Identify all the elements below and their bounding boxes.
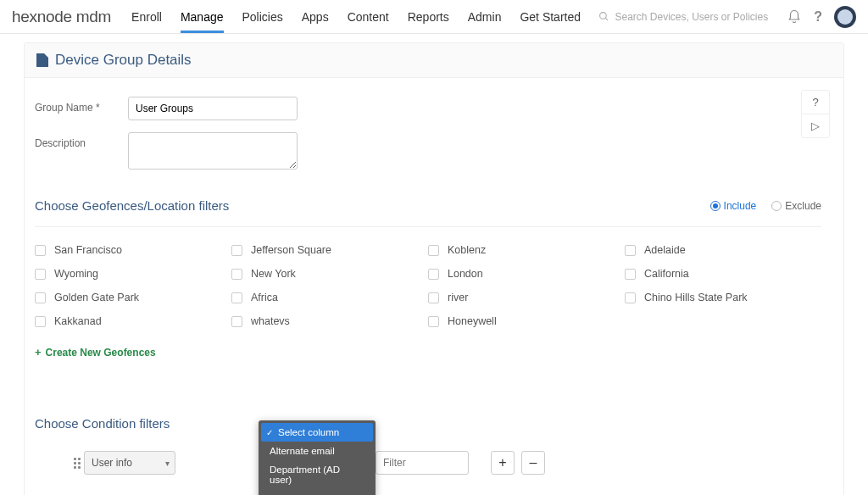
check-icon: ✓ (266, 428, 276, 437)
geofence-item[interactable]: Koblenz (428, 244, 625, 256)
svg-line-1 (606, 18, 609, 20)
checkbox[interactable] (231, 292, 242, 303)
dropdown-option[interactable]: Domain name (261, 489, 373, 495)
panel: Device Group Details ? ▷ Group Name * De… (24, 42, 844, 495)
panel-title: Device Group Details (55, 52, 192, 69)
nav-item-admin[interactable]: Admin (468, 0, 502, 33)
condition-section-title: Choose Condition filters (35, 416, 821, 431)
checkbox[interactable] (231, 245, 242, 256)
geofence-label: Wyoming (54, 268, 98, 280)
geofence-grid: San FranciscoJefferson SquareKoblenzAdel… (35, 226, 821, 327)
geofence-label: Chino Hills State Park (644, 292, 748, 303)
checkbox[interactable] (428, 269, 439, 280)
geofence-label: Jefferson Square (251, 244, 331, 256)
dropdown-option[interactable]: Department (AD user) (261, 460, 373, 489)
remove-condition-button[interactable]: – (521, 451, 545, 475)
geofence-item[interactable]: Jefferson Square (231, 244, 428, 256)
bell-icon[interactable] (787, 9, 802, 25)
geofence-label: New York (251, 268, 296, 280)
checkbox[interactable] (625, 269, 636, 280)
geofence-label: Adelaide (644, 244, 686, 256)
checkbox[interactable] (428, 316, 439, 327)
user-info-select[interactable]: User info▾ (84, 451, 175, 475)
checkbox[interactable] (35, 316, 46, 327)
geofence-section-title: Choose Geofences/Location filters (35, 198, 710, 213)
geofence-item[interactable]: Chino Hills State Park (625, 292, 821, 303)
condition-row: User info▾ ect comparator⇅ + – (35, 451, 821, 475)
plus-icon: + (35, 346, 42, 359)
nav-item-reports[interactable]: Reports (408, 0, 449, 33)
geofence-item[interactable]: California (625, 268, 821, 280)
drag-handle-icon[interactable] (74, 458, 81, 469)
nav-item-apps[interactable]: Apps (302, 0, 329, 33)
panel-header: Device Group Details (25, 43, 843, 78)
chevron-down-icon: ▾ (165, 459, 170, 468)
group-name-label: Group Name * (35, 97, 128, 114)
checkbox[interactable] (428, 292, 439, 303)
global-search[interactable]: Search Devices, Users or Policies (598, 11, 768, 23)
checkbox[interactable] (35, 245, 46, 256)
geofence-label: San Francisco (54, 244, 122, 256)
geofence-item[interactable]: Wyoming (35, 268, 231, 280)
include-radio[interactable]: Include (710, 200, 757, 212)
geofence-label: whatevs (251, 315, 290, 327)
geofence-label: Koblenz (448, 244, 486, 256)
description-label: Description (35, 132, 128, 149)
checkbox[interactable] (35, 292, 46, 303)
checkbox[interactable] (35, 269, 46, 280)
geofence-item[interactable]: Kakkanad (35, 315, 231, 327)
geofence-label: London (448, 268, 483, 280)
help-icon[interactable]: ? (814, 9, 822, 25)
geofence-label: Kakkanad (54, 315, 102, 327)
geofence-item[interactable]: Golden Gate Park (35, 292, 231, 303)
geofence-item[interactable]: London (428, 268, 625, 280)
geofence-item[interactable]: Adelaide (625, 244, 821, 256)
geofence-item[interactable]: river (428, 292, 625, 303)
help-sidebar: ? ▷ (801, 90, 830, 138)
geofence-item[interactable]: San Francisco (35, 244, 231, 256)
description-textarea[interactable] (128, 132, 298, 170)
nav-item-policies[interactable]: Policies (242, 0, 283, 33)
checkbox[interactable] (428, 245, 439, 256)
search-placeholder: Search Devices, Users or Policies (615, 11, 768, 23)
nav-item-manage[interactable]: Manage (181, 0, 224, 33)
help-question-icon[interactable]: ? (802, 91, 829, 114)
avatar[interactable] (834, 6, 856, 28)
geofence-item[interactable]: New York (231, 268, 428, 280)
help-play-icon[interactable]: ▷ (802, 114, 829, 137)
geofence-item[interactable]: Africa (231, 292, 428, 303)
geofence-label: California (644, 268, 689, 280)
geofence-item[interactable]: Honeywell (428, 315, 625, 327)
file-icon (36, 53, 48, 67)
checkbox[interactable] (231, 269, 242, 280)
brand-logo: hexnode mdm (12, 8, 111, 26)
geofence-label: Africa (251, 292, 278, 303)
geofence-label: Honeywell (448, 315, 497, 327)
dropdown-option[interactable]: Alternate email (261, 442, 373, 460)
exclude-radio[interactable]: Exclude (771, 200, 821, 212)
dropdown-option[interactable]: ✓Select column (261, 423, 373, 442)
filter-input[interactable] (376, 451, 469, 475)
nav-item-content[interactable]: Content (348, 0, 389, 33)
geofence-label: Golden Gate Park (54, 292, 139, 303)
main-area: Device Group Details ? ▷ Group Name * De… (0, 34, 868, 495)
column-dropdown: ✓Select columnAlternate emailDepartment … (259, 420, 376, 495)
main-nav: EnrollManagePoliciesAppsContentReportsAd… (131, 0, 581, 33)
checkbox[interactable] (231, 316, 242, 327)
geofence-item[interactable]: whatevs (231, 315, 428, 327)
nav-item-enroll[interactable]: Enroll (131, 0, 162, 33)
top-bar: hexnode mdm EnrollManagePoliciesAppsCont… (0, 0, 868, 34)
nav-item-get-started[interactable]: Get Started (520, 0, 581, 33)
checkbox[interactable] (625, 245, 636, 256)
create-geofence-link[interactable]: + Create New Geofences (35, 346, 156, 359)
checkbox[interactable] (625, 292, 636, 303)
add-condition-button[interactable]: + (491, 451, 515, 475)
svg-point-0 (600, 13, 607, 19)
geofence-label: river (448, 292, 468, 303)
group-name-input[interactable] (128, 97, 298, 120)
